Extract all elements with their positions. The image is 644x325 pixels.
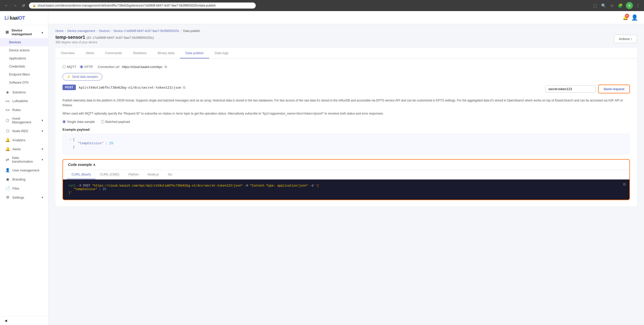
topbar: 🔔 26 👤 xyxy=(48,11,644,24)
tab-relations[interactable]: Relations xyxy=(127,48,152,58)
sidebar-item-data-transformation[interactable]: ⇄ Data transformation ▼ xyxy=(0,154,48,166)
mqtt-radio-label[interactable]: MQTT xyxy=(62,65,76,69)
breadcrumb-sep: / xyxy=(65,29,66,33)
curl-flag-x: -X POST xyxy=(78,184,92,188)
sidebar-item-applications[interactable]: Applications xyxy=(0,54,48,62)
sidebar-item-user-management[interactable]: 👤 User management xyxy=(0,166,48,175)
code-tab-nodejs[interactable]: Node.js xyxy=(143,170,163,179)
sidebar-item-credentials[interactable]: Credentials xyxy=(0,62,48,70)
sidebar-label: Rules xyxy=(12,108,21,112)
sidebar-item-branding[interactable]: ◉ Branding xyxy=(0,175,48,184)
sidebar-item-solutions[interactable]: ◈ Solutions xyxy=(0,88,48,97)
nodered-icon: ⬡ xyxy=(5,129,10,133)
reload-button[interactable]: ↺ xyxy=(20,2,26,9)
address-bar[interactable]: 🔒 cloud.kaaiot.com/devices/device-manage… xyxy=(29,3,256,9)
chevron-down-icon: ▲ xyxy=(41,31,44,34)
code-tab-go[interactable]: Go xyxy=(163,170,177,179)
send-data-samples-button[interactable]: ⚡ Send data samples xyxy=(62,73,102,81)
sidebar-label: Device management xyxy=(12,28,39,36)
protocol-selector: MQTT HTTP xyxy=(62,65,93,69)
sidebar-item-device-management[interactable]: ⊞ Device management ▲ xyxy=(0,26,48,38)
user-avatar[interactable]: V xyxy=(626,2,633,9)
device-management-submenu: Devices Device actions Applications Cred… xyxy=(0,38,48,87)
send-request-button[interactable]: Send request xyxy=(598,85,630,93)
tab-commands[interactable]: Commands xyxy=(100,48,127,58)
tab-data-publish[interactable]: Data publish xyxy=(180,48,209,58)
http-radio[interactable] xyxy=(80,65,83,68)
sidebar-item-software-ota[interactable]: Software OTA xyxy=(0,79,48,87)
sidebar-item-files[interactable]: 📄 Files xyxy=(0,184,48,193)
sidebar-label: Devices xyxy=(9,41,21,44)
single-sample-radio[interactable] xyxy=(62,120,66,123)
send-data-label: Send data samples xyxy=(72,75,98,79)
curl-flag-h: -H xyxy=(245,184,250,188)
sidebar-item-asset-management[interactable]: ⬡ Asset Management ▼ xyxy=(0,114,48,126)
mqtt-radio[interactable] xyxy=(62,65,66,68)
sidebar-label: Device actions xyxy=(9,49,29,52)
profile-icon[interactable]: 👤 xyxy=(631,14,638,21)
back-button[interactable]: ← xyxy=(3,2,10,9)
breadcrumb-device-management[interactable]: Device management xyxy=(67,29,95,33)
sidebar-item-devices[interactable]: Devices xyxy=(0,38,48,46)
breadcrumb-devices[interactable]: Devices xyxy=(99,29,110,33)
sidebar-item-device-actions[interactable]: Device actions xyxy=(0,46,48,54)
http-radio-label[interactable]: HTTP xyxy=(80,65,93,69)
code-example-title: Code example ∧ xyxy=(68,163,95,167)
batched-payload-label[interactable]: Batched payload xyxy=(101,120,130,124)
payload-options: Single data sample Batched payload xyxy=(62,120,630,124)
actions-label: Actions ↕ xyxy=(619,37,632,41)
breadcrumb-home[interactable]: Home xyxy=(55,29,63,33)
sidebar-item-endpoint-filters[interactable]: Endpoint filters xyxy=(0,70,48,79)
notification-badge: 26 xyxy=(625,14,629,18)
cast-icon[interactable]: ⬚ xyxy=(592,2,598,9)
sidebar-label: Applications xyxy=(9,57,26,60)
sidebar-item-nodered[interactable]: ⬡ Node-RED ▼ xyxy=(0,126,48,135)
copy-url-icon[interactable]: ⧉ xyxy=(165,65,167,69)
endpoint-area: POST kp1/ctk9utim6fhc738e62bg-v1/dcx/sec… xyxy=(62,85,630,94)
menu-icon[interactable]: ⋮ xyxy=(635,2,641,9)
sidebar-item-rules[interactable]: <> Rules xyxy=(0,105,48,114)
batched-payload-text: Batched payload xyxy=(106,120,130,124)
token-send-row: Send request xyxy=(545,85,630,93)
sidebar-item-settings[interactable]: ⚙ Settings ▼ xyxy=(0,193,48,202)
extensions-icon[interactable]: 🧩 xyxy=(617,2,624,9)
token-input[interactable] xyxy=(545,85,596,93)
chevron-down-icon: ▼ xyxy=(41,148,44,151)
notifications-button[interactable]: 🔔 26 xyxy=(623,15,628,20)
copy-endpoint-icon[interactable]: ⧉ xyxy=(183,85,185,90)
actions-button[interactable]: Actions ↕ xyxy=(614,35,637,43)
browser-chrome: ← → ↺ 🔒 cloud.kaaiot.com/devices/device-… xyxy=(0,0,644,11)
single-sample-label[interactable]: Single data sample xyxy=(62,120,95,124)
content-area: Home / Device management / Devices / Dev… xyxy=(48,24,644,325)
endpoint-left: POST kp1/ctk9utim6fhc738e62bg-v1/dcx/sec… xyxy=(62,85,540,94)
sidebar-label: Settings xyxy=(12,196,24,199)
single-sample-text: Single data sample xyxy=(67,120,95,124)
chevron-down-icon: ▼ xyxy=(41,119,44,122)
sidebar-label: Files xyxy=(12,187,19,190)
tab-binary-data[interactable]: Binary data xyxy=(152,48,180,58)
sidebar-collapse-btn[interactable]: ◀ xyxy=(0,316,48,325)
transform-icon: ⇄ xyxy=(5,157,10,162)
collapse-icon: ◀ xyxy=(5,319,7,322)
sidebar-item-lorawan[interactable]: ≈≈ LoRaWAN xyxy=(0,97,48,105)
zoom-icon[interactable]: 🔍 xyxy=(600,2,607,9)
tab-overview[interactable]: Overview xyxy=(55,48,80,58)
code-tab-python[interactable]: Python xyxy=(124,170,143,179)
code-line-curl: curl -X POST "https://cloud.kaaiot.com/k… xyxy=(69,184,624,188)
sidebar-item-analytics[interactable]: 🔔 Analytics xyxy=(0,135,48,145)
forward-button[interactable]: → xyxy=(12,2,19,9)
sidebar-item-alerts[interactable]: 🔔 Alerts ▼ xyxy=(0,145,48,154)
copy-code-button[interactable]: ⧉ xyxy=(623,182,626,187)
batched-payload-radio[interactable] xyxy=(101,120,104,123)
endpoint-right: Send request xyxy=(545,85,630,93)
breadcrumb-device-id[interactable]: Device c7a0968f-b847-4c87-9ae7-5b3f96550… xyxy=(114,29,179,33)
code-tab-curl-cmd[interactable]: CURL (CMD) xyxy=(95,170,124,179)
json-content: "tempCelsius" : 25 xyxy=(78,141,113,145)
code-tab-curl-bash[interactable]: CURL (Bash) xyxy=(67,170,95,179)
tab-alerts[interactable]: Alerts xyxy=(80,48,100,58)
bookmark-icon[interactable]: ☆ xyxy=(609,2,615,9)
tab-data-logs[interactable]: Data logs xyxy=(209,48,234,58)
breadcrumb-sep: / xyxy=(111,29,112,33)
code-example-panel: Code example ∧ CURL (Bash) CURL (CMD) Py… xyxy=(62,159,630,200)
connection-url-row: Connection url: https://cloud.kaaiot.com… xyxy=(98,65,167,69)
